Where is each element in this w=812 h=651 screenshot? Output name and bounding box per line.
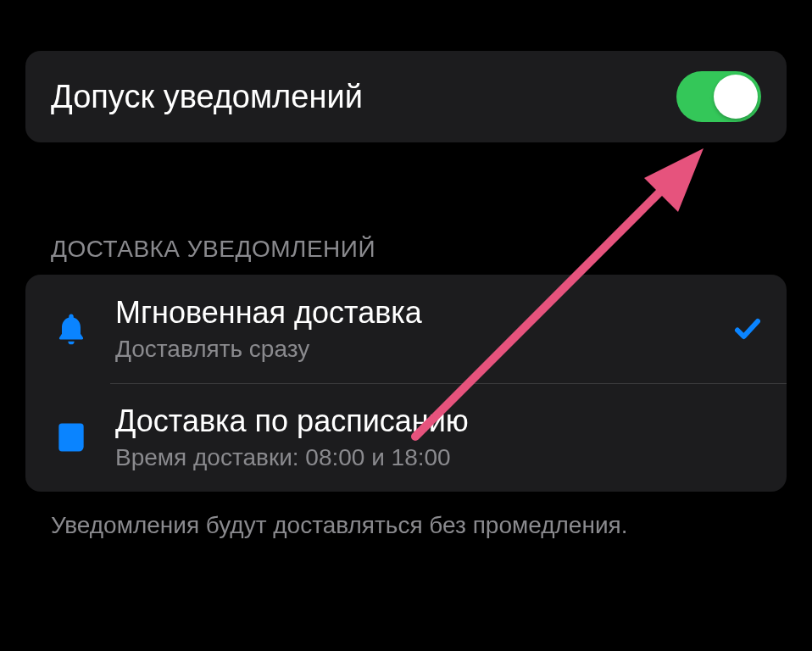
svg-marker-1	[644, 148, 704, 212]
newspaper-icon	[46, 419, 97, 456]
option-subtitle: Время доставки: 08:00 и 18:00	[115, 444, 765, 471]
allow-notifications-row[interactable]: Допуск уведомлений	[25, 51, 787, 142]
delivery-section-header: ДОСТАВКА УВЕДОМЛЕНИЙ	[51, 236, 787, 263]
settings-screen: Допуск уведомлений ДОСТАВКА УВЕДОМЛЕНИЙ …	[0, 0, 812, 651]
checkmark-icon	[731, 314, 765, 344]
option-title: Доставка по расписанию	[115, 403, 765, 439]
delivery-footer-note: Уведомления будут доставляться без проме…	[51, 509, 644, 542]
option-subtitle: Доставлять сразу	[115, 336, 731, 363]
allow-notifications-label: Допуск уведомлений	[51, 79, 363, 115]
option-title: Мгновенная доставка	[115, 295, 731, 331]
delivery-option-text: Мгновенная доставка Доставлять сразу	[115, 295, 731, 363]
delivery-options-list: Мгновенная доставка Доставлять сразу Дос…	[25, 275, 787, 492]
bell-icon	[46, 310, 97, 348]
delivery-option-immediate[interactable]: Мгновенная доставка Доставлять сразу	[25, 275, 787, 383]
delivery-option-scheduled[interactable]: Доставка по расписанию Время доставки: 0…	[25, 383, 787, 492]
toggle-knob	[714, 75, 758, 119]
allow-notifications-toggle[interactable]	[676, 71, 761, 122]
delivery-option-text: Доставка по расписанию Время доставки: 0…	[115, 403, 765, 471]
